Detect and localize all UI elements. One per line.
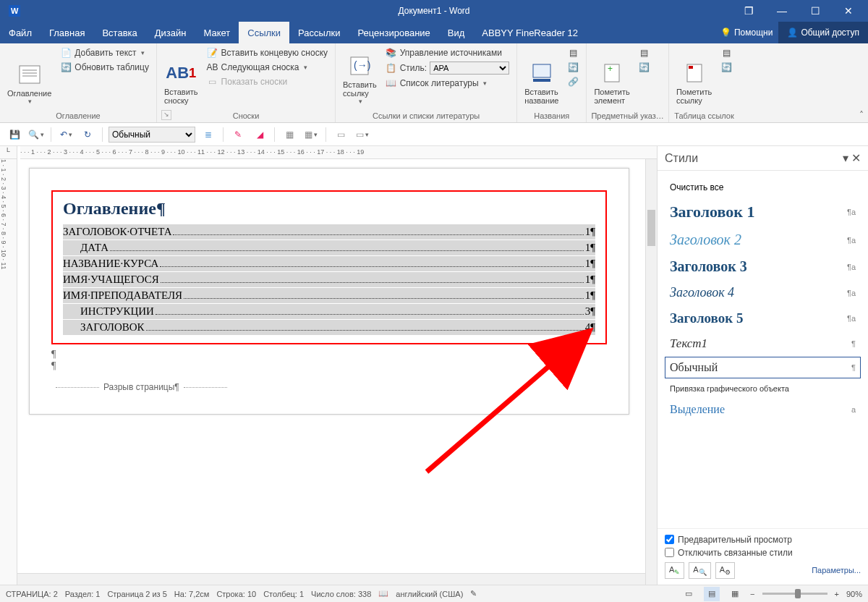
style-item[interactable]: Заголовок 5¶a [665,306,861,331]
footnotes-dialog-launcher[interactable]: ↘ [161,110,171,120]
style-item[interactable]: Обычный¶ [665,357,861,378]
layout-icon-1[interactable]: ▭ [332,126,349,143]
status-page[interactable]: СТРАНИЦА: 2 [6,590,58,598]
linked-checkbox[interactable]: Отключить связанные стили [665,548,861,558]
tab-home[interactable]: Главная [41,22,93,43]
horizontal-ruler[interactable]: · · · 1 · · · 2 · · · 3 · · · 4 · · · 5 … [20,146,657,159]
bibliography-button[interactable]: 📖Список литературы [383,76,512,90]
status-lang[interactable]: английский (США) [396,590,463,598]
preview-checkbox[interactable]: Предварительный просмотр [665,535,861,545]
collapse-ribbon-icon[interactable]: ˄ [859,110,864,120]
insert-fig-list[interactable]: ▤ [564,46,582,60]
styles-params-link[interactable]: Параметры... [812,566,861,575]
close-button[interactable]: ✕ [832,0,865,22]
mark-cit-icon [683,62,706,85]
toc-entry[interactable]: ЗАГОЛОВОК4 [63,320,595,335]
toc-entry[interactable]: ИНСТРУКЦИИ3 [63,304,595,319]
show-footnotes-button[interactable]: ▭Показать сноски [204,75,331,89]
update-fig-list[interactable]: 🔄 [564,60,582,75]
manage-styles-button[interactable]: A⚙ [715,562,735,579]
toc-button[interactable]: Оглавление [4,46,54,106]
tab-insert[interactable]: Вставка [93,22,145,43]
cross-ref[interactable]: 🔗 [564,75,582,89]
toc-entry[interactable]: ДАТА1 [63,240,595,255]
new-style-button[interactable]: A✎ [665,562,684,579]
document-page[interactable]: Оглавление ЗАГОЛОВОК·ОТЧЕТА1ДАТА1НАЗВАНИ… [29,168,629,415]
zoom-in-button[interactable]: + [835,590,839,598]
add-text-button[interactable]: 📄Добавить текст [57,46,152,60]
toc-entry[interactable]: ИМЯ·УЧАЩЕГОСЯ1 [63,272,595,287]
share-button[interactable]: 👤Общий доступ [778,22,868,43]
toc-entry[interactable]: ИМЯ·ПРЕПОДАВАТЕЛЯ1 [63,288,595,303]
insert-footnote-button[interactable]: AB1 Вставить сноску [161,46,201,106]
next-footnote-button[interactable]: ABСледующая сноска [204,60,331,75]
web-layout-icon[interactable]: ▦ [727,587,743,601]
status-col[interactable]: Столбец: 1 [263,590,304,598]
zoom-value[interactable]: 90% [846,590,862,598]
tab-references[interactable]: Ссылки [239,22,289,43]
update-toa[interactable]: 🔄 [718,60,735,75]
clear-all-style[interactable]: Очистить все [665,178,861,197]
tab-design[interactable]: Дизайн [146,22,195,43]
toc-entry[interactable]: НАЗВАНИЕ·КУРСА1 [63,256,595,271]
maximize-button[interactable]: ☐ [799,0,832,22]
style-item[interactable]: Заголовок 4¶a [665,281,861,305]
style-item[interactable]: Привязка графического объекта [665,380,861,397]
toc-entry[interactable]: ЗАГОЛОВОК·ОТЧЕТА1 [63,224,595,239]
style-item[interactable]: Текст1¶ [665,332,861,355]
highlight-icon[interactable]: ✎ [229,126,247,143]
clear-format-icon[interactable]: ◢ [251,126,268,143]
status-at[interactable]: На: 7,2см [174,590,210,598]
tab-review[interactable]: Рецензирование [349,22,438,43]
minimize-button[interactable]: — [765,0,799,22]
tab-view[interactable]: Вид [439,22,474,43]
update-index[interactable]: 🔄 [636,60,653,75]
zoom-out-button[interactable]: − [750,590,754,598]
proofing-icon[interactable]: 📖 [378,589,388,598]
style-inspector-button[interactable]: A🔍 [689,562,710,579]
insert-index[interactable]: ▤ [636,46,653,60]
quick-find-icon[interactable]: 🔍 [27,126,45,143]
style-dropdown[interactable]: Обычный [109,127,195,143]
table-icon-2[interactable]: ▦ [302,126,320,143]
pane-dropdown-icon[interactable]: ▾ [843,152,848,164]
tab-file[interactable]: Файл [0,22,41,43]
insert-toa[interactable]: ▤ [718,46,735,60]
mark-entry-button[interactable]: + Пометить элемент [591,46,632,106]
redo-icon[interactable]: ↻ [79,126,96,143]
track-changes-icon[interactable]: ✎ [470,589,477,598]
citation-style[interactable]: 📋Стиль: APA [383,60,512,76]
style-select[interactable]: APA [430,62,509,75]
insert-endnote-button[interactable]: 📝Вставить концевую сноску [204,46,331,60]
tell-me[interactable]: 💡Помощни [715,22,778,43]
status-section[interactable]: Раздел: 1 [65,590,101,598]
style-item[interactable]: Заголовок 1¶a [665,198,861,226]
layout-icon-2[interactable]: ▭ [354,126,371,143]
style-item[interactable]: Выделениеa [665,399,861,420]
doc-hscroll[interactable] [17,573,645,585]
print-layout-icon[interactable]: ▤ [704,587,720,601]
status-words[interactable]: Число слов: 338 [311,590,371,598]
tab-abbyy[interactable]: ABBYY FineReader 12 [473,22,587,43]
ribbon-options-icon[interactable]: ❐ [732,0,765,22]
update-table-button[interactable]: 🔄Обновить таблицу [57,60,152,75]
status-pageof[interactable]: Страница 2 из 5 [107,590,166,598]
pane-close-icon[interactable]: ✕ [851,152,861,164]
style-item[interactable]: Заголовок 3¶a [665,254,861,279]
undo-icon[interactable]: ↶ [57,126,75,143]
manage-sources-button[interactable]: 📚Управление источниками [383,46,512,60]
tab-layout[interactable]: Макет [195,22,239,43]
mark-citation-button[interactable]: Пометить ссылку [673,46,715,106]
style-item[interactable]: Заголовок 2¶a [665,227,861,253]
doc-vscroll[interactable] [645,159,657,585]
read-mode-icon[interactable]: ▭ [681,587,697,601]
tab-mailings[interactable]: Рассылки [289,22,349,43]
status-line[interactable]: Строка: 10 [216,590,256,598]
vertical-ruler[interactable]: 1 · 1 · 2 · 3 · 4 · 5 · 6 · 7 · 8 · 9 · … [0,159,17,585]
table-icon-1[interactable]: ▦ [281,126,298,143]
zoom-slider[interactable] [762,593,827,595]
format-icon-1[interactable]: ≣ [200,126,217,143]
insert-citation-button[interactable]: (→) Вставить ссылку [340,46,380,106]
save-icon[interactable]: 💾 [6,126,23,143]
insert-caption-button[interactable]: Вставить название [522,46,561,106]
